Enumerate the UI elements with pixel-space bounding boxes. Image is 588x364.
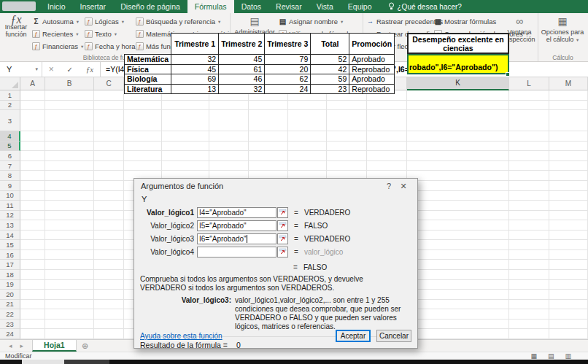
cell-d4[interactable] [124, 131, 162, 142]
cell-l22[interactable] [509, 309, 549, 320]
tab-datos[interactable]: Datos [234, 0, 268, 13]
cell-k16[interactable] [407, 250, 509, 260]
cell-m24[interactable] [549, 329, 588, 339]
cell-a17[interactable] [20, 260, 45, 270]
tab-insertar[interactable]: Insertar [73, 0, 114, 13]
cell-m5[interactable] [549, 142, 588, 152]
cell-b10[interactable] [45, 191, 94, 201]
cell-b23[interactable] [45, 320, 94, 330]
cell-l23[interactable] [509, 320, 549, 330]
prev-sheet-icon[interactable]: ◂ [9, 342, 12, 349]
cell-a10[interactable] [20, 191, 45, 201]
cell-k8[interactable] [407, 171, 509, 181]
table-header-promocion[interactable]: Promoción [349, 34, 395, 55]
cell-m22[interactable] [549, 309, 588, 320]
row-header-16[interactable]: 16 [0, 250, 20, 260]
cell-k14[interactable] [407, 231, 509, 241]
help-link[interactable]: Ayuda sobre esta función [140, 332, 330, 340]
cell-l18[interactable] [509, 270, 549, 280]
cell-k20[interactable] [407, 290, 509, 300]
row-header-22[interactable]: 22 [0, 309, 20, 320]
cell-h5[interactable] [288, 142, 327, 152]
table-cell[interactable]: 20 [265, 64, 311, 74]
row-header-6[interactable]: 6 [0, 151, 20, 161]
cell-m8[interactable] [549, 171, 588, 181]
cell-c18[interactable] [94, 270, 124, 280]
cell-m12[interactable] [549, 211, 588, 221]
tab-vista[interactable]: Vista [309, 0, 341, 13]
cell-l14[interactable] [509, 231, 549, 241]
cell-b2[interactable] [45, 101, 94, 111]
dialog-title-bar[interactable]: Argumentos de función ? ✕ [134, 179, 417, 193]
cell-h2[interactable] [288, 101, 327, 111]
cell-m4[interactable] [549, 131, 588, 142]
cell-a16[interactable] [20, 250, 45, 260]
cell-j4[interactable] [367, 131, 407, 142]
cell-a7[interactable] [20, 161, 45, 171]
cell-l2[interactable] [509, 101, 549, 111]
cell-l13[interactable] [509, 220, 549, 231]
row-header-3[interactable]: 3 [0, 110, 20, 131]
row-header-23[interactable]: 23 [0, 320, 20, 330]
row-header-5[interactable]: 5 [0, 142, 20, 152]
cell-a19[interactable] [20, 280, 45, 290]
cell-m16[interactable] [549, 250, 588, 260]
cell-c19[interactable] [94, 280, 124, 290]
table-header-trimestre-1[interactable]: Trimestre 1 [171, 34, 219, 55]
formula-bar-fx-icon[interactable]: ƒx [86, 65, 93, 74]
column-header-l[interactable]: L [509, 77, 549, 90]
ribbon-button-recientes[interactable]: ƒRecientes▾ [31, 28, 83, 39]
next-sheet-icon[interactable]: ▸ [20, 342, 24, 349]
cell-b22[interactable] [45, 309, 94, 320]
cell-c5[interactable] [94, 142, 124, 152]
cell-l3[interactable] [509, 110, 549, 131]
cell-a8[interactable] [20, 171, 45, 181]
cell-k4[interactable] [407, 131, 509, 142]
cell-m19[interactable] [549, 280, 588, 290]
cell-i2[interactable] [327, 101, 367, 111]
cell-l21[interactable] [509, 300, 549, 310]
cell-b13[interactable] [45, 220, 94, 231]
table-cell[interactable]: 42 [311, 64, 349, 74]
cell-m15[interactable] [549, 240, 588, 250]
row-header-13[interactable]: 13 [0, 220, 20, 231]
cell-a1[interactable] [20, 90, 45, 101]
cell-h3[interactable] [288, 110, 327, 131]
table-cell[interactable]: 23 [311, 84, 349, 94]
table-cell[interactable]: 46 [219, 74, 265, 85]
normal-view-icon[interactable]: ▦ [530, 352, 537, 360]
cell-m20[interactable] [549, 290, 588, 300]
cell-b18[interactable] [45, 270, 94, 280]
cell-k13[interactable] [407, 220, 509, 231]
row-header-12[interactable]: 12 [0, 211, 20, 221]
cell-a5[interactable] [20, 142, 45, 152]
table-cell[interactable]: 45 [219, 55, 265, 65]
cell-c2[interactable] [94, 101, 124, 111]
cell-k6[interactable] [407, 151, 509, 161]
cell-k24[interactable] [407, 329, 509, 339]
cell-j2[interactable] [367, 101, 407, 111]
cell-a22[interactable] [20, 309, 45, 320]
cell-c13[interactable] [94, 220, 124, 231]
cell-g7[interactable] [249, 161, 288, 171]
cell-a2[interactable] [20, 101, 45, 111]
cell-c3[interactable] [94, 110, 124, 131]
cell-a12[interactable] [20, 211, 45, 221]
range-picker-icon-1[interactable] [277, 207, 288, 218]
tab-revisar[interactable]: Revisar [268, 0, 309, 13]
cell-j7[interactable] [367, 161, 407, 171]
table-header-empty[interactable] [125, 34, 171, 55]
range-picker-icon-2[interactable] [277, 220, 288, 231]
cell-b15[interactable] [45, 240, 94, 250]
name-box-dropdown-icon[interactable]: ▾ [35, 66, 38, 72]
cell-a9[interactable] [20, 181, 45, 191]
cell-k17[interactable] [407, 260, 509, 270]
cell-k2[interactable] [407, 101, 509, 111]
table-cell[interactable]: Matemática [125, 55, 171, 65]
dialog-help-icon[interactable]: ? [382, 182, 396, 190]
cell-b5[interactable] [45, 142, 94, 152]
cell-a3[interactable] [20, 110, 45, 131]
range-picker-icon-4[interactable] [277, 247, 288, 257]
cell-c21[interactable] [94, 300, 124, 310]
cell-i3[interactable] [327, 110, 367, 131]
